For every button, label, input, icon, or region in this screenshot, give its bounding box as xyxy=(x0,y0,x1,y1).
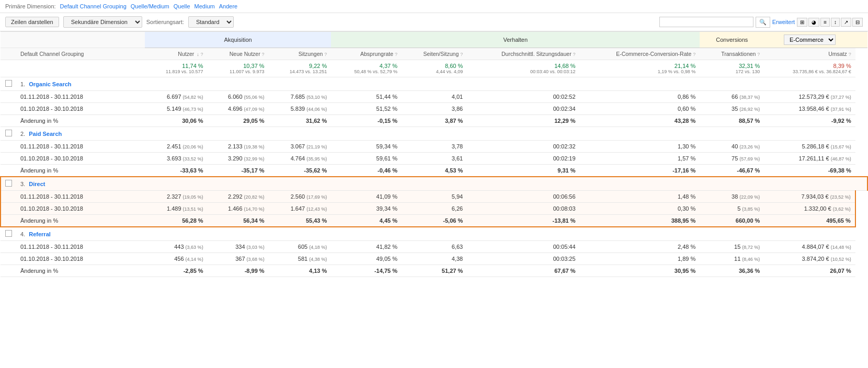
change-durchschnittl-organic-search: 12,29 % xyxy=(467,115,579,127)
data-row-referral-1: 01.10.2018 - 30.10.2018 456 (4,14 %) 367… xyxy=(1,253,867,265)
summary-neue-nutzer-main: 10,37 % xyxy=(212,63,265,69)
row-ecommerce-referral-0: 2,48 % xyxy=(580,241,700,253)
section-link-referral[interactable]: Referral xyxy=(29,231,51,237)
change-check-referral xyxy=(1,265,16,277)
col-durchschnittl-header[interactable]: Durchschnittl. Sitzungsdauer ? xyxy=(467,48,579,60)
checkbox-referral[interactable] xyxy=(5,230,12,237)
row-check-direct-1[interactable] xyxy=(1,203,16,215)
data-table-wrapper: Akquisition Verhalten Conversions E-Comm… xyxy=(0,31,868,277)
section-link-paid-search[interactable]: Paid Search xyxy=(29,131,62,137)
row-check-referral-1[interactable] xyxy=(1,253,16,265)
row-umsatz-paid-search-1: 17.261,11 € (46,87 %) xyxy=(764,153,855,165)
row-durchschnittl-paid-search-1: 00:02:19 xyxy=(467,153,579,165)
erweitert-link[interactable]: Erweitert xyxy=(772,19,795,25)
section-check-organic-search[interactable] xyxy=(1,77,16,91)
row-transaktionen-direct-0: 38 (22,09 %) xyxy=(700,191,764,203)
section-link-organic-search[interactable]: Organic Search xyxy=(29,81,71,87)
col-sitzungen-header[interactable]: Sitzungen ? xyxy=(269,48,332,60)
row-absprungrate-referral-0: 41,82 % xyxy=(331,241,402,253)
dimension-link-medium[interactable]: Medium xyxy=(195,3,215,9)
section-check-direct[interactable] xyxy=(1,177,16,191)
row-check-organic-search-1[interactable] xyxy=(1,103,16,115)
summary-ecommerce-main: 21,14 % xyxy=(584,63,696,69)
row-neue-nutzer-referral-0: 334 (3,03 %) xyxy=(208,241,269,253)
row-sitzungen-organic-search-0: 7.685 (53,10 %) xyxy=(269,91,332,103)
change-sitzungen-paid-search: -35,62 % xyxy=(269,165,332,177)
summary-transaktionen-sub: 172 vs. 130 xyxy=(704,69,760,74)
section-name-referral: 4. Referral xyxy=(16,227,855,241)
rows-button[interactable]: Zeilen darstellen xyxy=(5,17,59,27)
col-seiten-sitzung-header[interactable]: Seiten/Sitzung ? xyxy=(402,48,467,60)
checkbox-paid-search[interactable] xyxy=(5,130,12,136)
row-transaktionen-organic-search-0: 66 (38,37 %) xyxy=(700,91,764,103)
change-ecommerce-referral: 30,95 % xyxy=(580,265,700,277)
row-sitzungen-paid-search-0: 3.067 (21,19 %) xyxy=(269,141,332,153)
view-line-button[interactable]: ↗ xyxy=(841,18,851,27)
row-check-paid-search-1[interactable] xyxy=(1,153,16,165)
change-absprungrate-direct: 4,45 % xyxy=(331,215,402,227)
change-transaktionen-referral: 36,36 % xyxy=(700,265,764,277)
summary-ecommerce: 21,14 % 1,19 % vs. 0,98 % xyxy=(580,60,700,77)
section-header-paid-search: 2. Paid Search xyxy=(1,127,867,141)
search-input[interactable] xyxy=(659,17,753,27)
change-absprungrate-organic-search: -0,15 % xyxy=(331,115,402,127)
secondary-dimension-select[interactable]: Sekundäre Dimension xyxy=(63,16,142,28)
col-umsatz-header[interactable]: Umsatz ? xyxy=(764,48,855,60)
sort-select[interactable]: Standard xyxy=(188,16,234,28)
summary-absprungrate-main: 4,37 % xyxy=(335,63,397,69)
conversions-dropdown[interactable]: E-Commerce xyxy=(784,34,836,45)
dimension-link-quelle[interactable]: Quelle xyxy=(174,3,190,9)
summary-absprungrate: 4,37 % 50,48 % vs. 52,79 % xyxy=(331,60,402,77)
view-pie-button[interactable]: ◕ xyxy=(808,18,819,27)
row-check-direct-0[interactable] xyxy=(1,191,16,203)
col-transaktionen-header[interactable]: Transaktionen ? xyxy=(700,48,764,60)
data-row-direct-1: 01.10.2018 - 30.10.2018 1.489 (13,51 %) … xyxy=(1,203,867,215)
row-nutzer-direct-1: 1.489 (13,51 %) xyxy=(145,203,208,215)
section-link-direct[interactable]: Direct xyxy=(29,181,45,187)
dimension-header xyxy=(16,32,145,48)
section-name-paid-search: 2. Paid Search xyxy=(16,127,855,141)
summary-durchschnittl: 14,68 % 00:03:40 vs. 00:03:12 xyxy=(467,60,579,77)
col-ecommerce-header[interactable]: E-Commerce-Conversion-Rate ? xyxy=(580,48,700,60)
row-check-organic-search-0[interactable] xyxy=(1,91,16,103)
row-check-referral-0[interactable] xyxy=(1,241,16,253)
dimension-link-andere[interactable]: Andere xyxy=(219,3,237,9)
row-seiten-sitzung-organic-search-0: 4,01 xyxy=(402,91,467,103)
row-umsatz-organic-search-1: 13.958,46 € (37,91 %) xyxy=(764,103,855,115)
search-button[interactable]: 🔍 xyxy=(756,17,770,28)
dimension-link-quelle-medium[interactable]: Quelle/Medium xyxy=(131,3,169,9)
change-ecommerce-direct: 388,95 % xyxy=(580,215,700,227)
checkbox-direct[interactable] xyxy=(5,180,12,187)
row-absprungrate-referral-1: 49,05 % xyxy=(331,253,402,265)
row-absprungrate-organic-search-0: 51,44 % xyxy=(331,91,402,103)
col-absprungrate-header[interactable]: Absprungrate ? xyxy=(331,48,402,60)
search-box: 🔍 Erweitert ⊞ ◕ ≡ ↕ ↗ ⊟ xyxy=(659,17,863,28)
view-bar-button[interactable]: ↕ xyxy=(831,18,840,27)
conversions-dropdown-header[interactable]: E-Commerce xyxy=(764,32,855,48)
nutzer-help-icon: ? xyxy=(201,52,203,57)
row-date-paid-search-1: 01.10.2018 - 30.10.2018 xyxy=(16,153,145,165)
col-neue-nutzer-header[interactable]: Neue Nutzer ? xyxy=(208,48,269,60)
row-seiten-sitzung-direct-0: 5,94 xyxy=(402,191,467,203)
data-row-organic-search-1: 01.10.2018 - 30.10.2018 5.149 (46,73 %) … xyxy=(1,103,867,115)
summary-transaktionen: 32,31 % 172 vs. 130 xyxy=(700,60,764,77)
row-umsatz-direct-0: 7.934,03 € (23,52 %) xyxy=(764,191,855,203)
col-nutzer-header[interactable]: Nutzer ↓ ? xyxy=(145,48,208,60)
row-ecommerce-paid-search-1: 1,57 % xyxy=(580,153,700,165)
checkbox-organic-search[interactable] xyxy=(5,80,12,87)
row-umsatz-referral-0: 4.884,07 € (14,48 %) xyxy=(764,241,855,253)
view-grid-button[interactable]: ⊞ xyxy=(797,18,807,27)
change-nutzer-direct: 56,28 % xyxy=(145,215,208,227)
row-absprungrate-direct-1: 39,34 % xyxy=(331,203,402,215)
row-sitzungen-direct-0: 2.560 (17,69 %) xyxy=(269,191,332,203)
change-absprungrate-referral: -14,75 % xyxy=(331,265,402,277)
summary-umsatz: 8,39 % 33.735,86 € vs. 36.824,67 € xyxy=(764,60,855,77)
row-sitzungen-referral-0: 605 (4,18 %) xyxy=(269,241,332,253)
dimension-link-default[interactable]: Default Channel Grouping xyxy=(60,3,127,9)
view-table-button[interactable]: ≡ xyxy=(820,18,830,27)
section-check-paid-search[interactable] xyxy=(1,127,16,141)
row-check-paid-search-0[interactable] xyxy=(1,141,16,153)
view-pivot-button[interactable]: ⊟ xyxy=(852,18,863,27)
summary-ecommerce-sub: 1,19 % vs. 0,98 % xyxy=(584,69,696,74)
section-check-referral[interactable] xyxy=(1,227,16,241)
